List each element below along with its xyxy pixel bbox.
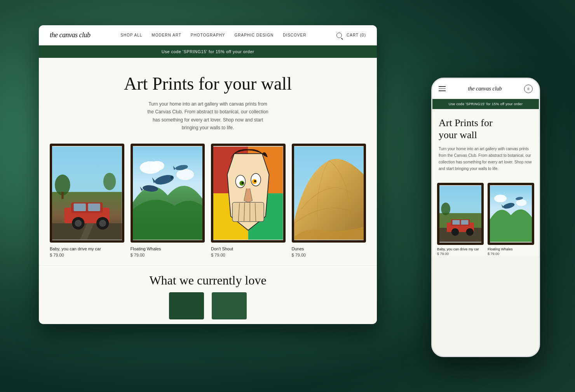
nav-shop-all[interactable]: SHOP ALL (120, 33, 142, 37)
mobile-hero-section: Art Prints foryour wall Turn your home i… (432, 109, 539, 178)
mobile-logo: the canvas club (468, 86, 502, 92)
svg-point-48 (466, 228, 474, 236)
product-price-whales: $ 79.00 (131, 253, 205, 257)
mobile-product-name-whales: Floating Whales (488, 247, 534, 251)
cart-button[interactable]: CART (0) (347, 33, 366, 37)
svg-point-16 (176, 169, 194, 180)
mobile-navbar: the canvas club 0 (432, 79, 539, 99)
svg-rect-46 (461, 220, 469, 225)
product-name-portrait: Don't Shout (211, 246, 286, 251)
mobile-menu-icon[interactable] (439, 86, 446, 91)
product-price-dunes: $ 79.00 (292, 253, 366, 257)
product-image-dunes (292, 144, 366, 243)
hero-subtitle: Turn your home into an art gallery with … (146, 100, 270, 132)
search-icon[interactable] (336, 33, 342, 38)
svg-rect-8 (88, 203, 100, 211)
svg-point-31 (242, 182, 244, 184)
product-image-car (50, 144, 124, 243)
product-name-dunes: Dunes (292, 246, 366, 251)
nav-discover[interactable]: DISCOVER (283, 33, 306, 37)
svg-point-47 (451, 228, 459, 236)
products-grid: Baby, you can drive my car $ 79.00 (39, 144, 377, 265)
mobile-product-name-car: Baby, you can drive my car (437, 247, 484, 251)
svg-point-51 (516, 199, 527, 206)
desktop-window: the canvas club SHOP ALL MODERN ART PHOT… (39, 25, 377, 324)
product-card-portrait[interactable]: Don't Shout $ 79.00 (211, 144, 286, 257)
svg-point-42 (441, 203, 450, 215)
nav-graphic-design[interactable]: GRAPHIC DESIGN (234, 33, 274, 37)
love-preview-block-1 (169, 292, 204, 319)
product-price-car: $ 79.00 (50, 253, 124, 257)
svg-point-4 (103, 173, 116, 190)
svg-point-32 (254, 180, 256, 182)
mobile-product-image-whales (488, 183, 534, 245)
product-card-whales[interactable]: Floating Whales $ 79.00 (131, 144, 205, 257)
svg-rect-3 (61, 192, 63, 199)
desktop-logo: the canvas club (50, 31, 90, 39)
mobile-product-card-whales[interactable]: Floating Whales $ 79.00 (488, 183, 534, 256)
svg-point-12 (99, 220, 106, 227)
desktop-navbar: the canvas club SHOP ALL MODERN ART PHOT… (39, 25, 377, 45)
svg-point-10 (75, 220, 82, 227)
product-image-whales (131, 144, 205, 243)
desktop-nav-links: SHOP ALL MODERN ART PHOTOGRAPHY GRAPHIC … (120, 33, 306, 37)
mobile-product-price-whales: $ 79.00 (488, 252, 534, 256)
mobile-promo-banner: Use code 'SPRING15' for 15% off your ord… (432, 99, 539, 109)
love-section: What we currently love (39, 265, 377, 323)
love-preview (47, 292, 369, 319)
product-card-car[interactable]: Baby, you can drive my car $ 79.00 (50, 144, 124, 257)
hero-title: Art Prints for your wall (47, 73, 369, 94)
svg-rect-7 (74, 203, 86, 211)
desktop-nav-right: CART (0) (336, 33, 366, 38)
svg-point-18 (170, 176, 173, 179)
product-name-car: Baby, you can drive my car (50, 246, 124, 251)
love-section-title: What we currently love (47, 273, 369, 288)
mobile-window: the canvas club 0 Use code 'SPRING15' fo… (431, 78, 540, 357)
hero-section: Art Prints for your wall Turn your home … (39, 58, 377, 144)
svg-rect-33 (232, 202, 264, 221)
mobile-cart-button[interactable]: 0 (524, 85, 533, 93)
promo-banner: Use code 'SPRING15' for 15% off your ord… (39, 45, 377, 58)
product-name-whales: Floating Whales (131, 246, 205, 251)
mobile-products-grid: Baby, you can drive my car $ 79.00 (432, 178, 539, 256)
love-preview-block-2 (212, 292, 247, 319)
svg-point-15 (150, 161, 164, 170)
svg-rect-45 (452, 220, 460, 225)
mobile-product-card-car[interactable]: Baby, you can drive my car $ 79.00 (437, 183, 484, 256)
nav-modern-art[interactable]: MODERN ART (152, 33, 181, 37)
product-card-dunes[interactable]: Dunes $ 79.00 (292, 144, 366, 257)
mobile-hero-subtitle: Turn your home into an art gallery with … (439, 146, 533, 172)
svg-point-50 (494, 195, 507, 202)
mobile-hero-title: Art Prints foryour wall (439, 117, 533, 141)
product-image-portrait (211, 144, 286, 243)
mobile-product-image-car (437, 183, 484, 245)
nav-photography[interactable]: PHOTOGRAPHY (191, 33, 225, 37)
product-price-portrait: $ 79.00 (211, 253, 286, 257)
mobile-product-price-car: $ 79.00 (437, 252, 484, 256)
